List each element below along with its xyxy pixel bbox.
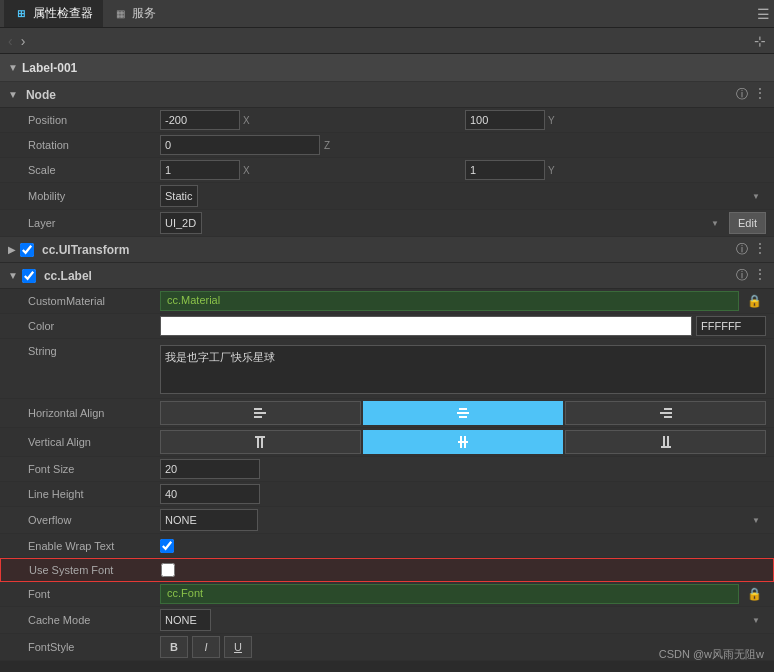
prop-cache-mode: Cache Mode NONE BITMAP CHAR: [0, 607, 774, 634]
bold-button[interactable]: B: [160, 636, 188, 658]
font-size-input[interactable]: [160, 459, 260, 479]
layer-edit-button[interactable]: Edit: [729, 212, 766, 234]
forward-button[interactable]: ›: [21, 33, 26, 49]
prop-v-align: Vertical Align: [0, 428, 774, 457]
italic-button[interactable]: I: [192, 636, 220, 658]
font-size-label: Font Size: [0, 463, 160, 475]
color-label: Color: [0, 320, 160, 332]
overflow-select-wrapper: NONE CLAMP SHRINK RESIZE_HEIGHT: [160, 509, 766, 531]
color-preview[interactable]: [160, 316, 692, 336]
mobility-select[interactable]: Static: [160, 185, 198, 207]
underline-button[interactable]: U: [224, 636, 252, 658]
v-align-bottom-button[interactable]: [565, 430, 766, 454]
prop-color: Color: [0, 314, 774, 339]
custom-material-label: CustomMaterial: [0, 295, 160, 307]
font-lock-icon[interactable]: 🔒: [743, 587, 766, 601]
cclabel-caret: ▼: [8, 270, 18, 281]
h-align-value: [160, 401, 774, 425]
uitransform-menu-icon[interactable]: ⋮: [754, 241, 766, 258]
tab-services[interactable]: ▦ 服务: [103, 0, 166, 27]
cclabel-section-icons: ⓘ ⋮: [736, 267, 766, 284]
svg-rect-4: [457, 412, 469, 414]
rotation-z-label: Z: [324, 140, 336, 151]
scale-value: X Y: [160, 160, 774, 180]
overflow-value: NONE CLAMP SHRINK RESIZE_HEIGHT: [160, 509, 774, 531]
scale-x-input[interactable]: [160, 160, 240, 180]
back-button[interactable]: ‹: [8, 33, 13, 49]
uitransform-section-icons: ⓘ ⋮: [736, 241, 766, 258]
custom-material-value: cc.Material 🔒: [160, 291, 774, 311]
node-menu-icon[interactable]: ⋮: [754, 86, 766, 103]
properties-icon: ⊞: [14, 7, 28, 21]
svg-rect-8: [664, 416, 672, 418]
svg-rect-15: [661, 446, 671, 448]
services-icon: ▦: [113, 7, 127, 21]
rotation-value: Z: [160, 135, 774, 155]
h-align-left-button[interactable]: [160, 401, 361, 425]
position-y-input[interactable]: [465, 110, 545, 130]
node-section-icons: ⓘ ⋮: [736, 86, 766, 103]
cclabel-info-icon[interactable]: ⓘ: [736, 267, 748, 284]
font-size-value: [160, 459, 774, 479]
section-uitransform-header[interactable]: ▶ cc.UITransform ⓘ ⋮: [0, 237, 774, 263]
h-align-right-button[interactable]: [565, 401, 766, 425]
section-cclabel-header[interactable]: ▼ cc.Label ⓘ ⋮: [0, 263, 774, 289]
prop-string: String 我是也字工厂快乐星球: [0, 339, 774, 399]
uitransform-section-title: cc.UITransform: [42, 243, 129, 257]
layer-select-wrapper: UI_2D: [160, 212, 725, 234]
prop-use-system-font: Use System Font: [0, 558, 774, 582]
cclabel-menu-icon[interactable]: ⋮: [754, 267, 766, 284]
position-x-pair: X: [160, 110, 461, 130]
menu-icon[interactable]: ☰: [757, 6, 770, 22]
string-label: String: [0, 341, 160, 357]
cache-mode-value: NONE BITMAP CHAR: [160, 609, 774, 631]
uitransform-checkbox[interactable]: [20, 243, 34, 257]
scale-x-pair: X: [160, 160, 461, 180]
layer-select[interactable]: UI_2D: [160, 212, 202, 234]
add-component-row: 添加组件: [0, 661, 774, 672]
color-value: [160, 316, 774, 336]
enable-wrap-text-value: [160, 539, 774, 553]
prop-scale: Scale X Y: [0, 158, 774, 183]
prop-position: Position X Y: [0, 108, 774, 133]
v-align-middle-button[interactable]: [363, 430, 564, 454]
node-info-icon[interactable]: ⓘ: [736, 86, 748, 103]
svg-rect-16: [663, 436, 665, 446]
prop-font: Font cc.Font 🔒: [0, 582, 774, 607]
pin-button[interactable]: ⊹: [754, 33, 766, 49]
uitransform-info-icon[interactable]: ⓘ: [736, 241, 748, 258]
color-hex-input[interactable]: [696, 316, 766, 336]
font-style-label: FontStyle: [0, 641, 160, 653]
cache-mode-select[interactable]: NONE BITMAP CHAR: [160, 609, 211, 631]
mobility-select-wrapper: Static: [160, 185, 766, 207]
prop-h-align: Horizontal Align: [0, 399, 774, 428]
svg-rect-9: [255, 436, 265, 438]
font-input[interactable]: cc.Font: [160, 584, 739, 604]
overflow-select[interactable]: NONE CLAMP SHRINK RESIZE_HEIGHT: [160, 509, 258, 531]
scale-y-input[interactable]: [465, 160, 545, 180]
svg-rect-14: [464, 436, 466, 448]
use-system-font-checkbox[interactable]: [161, 563, 175, 577]
mobility-label: Mobility: [0, 190, 160, 202]
svg-rect-11: [261, 438, 263, 448]
scale-y-pair: Y: [465, 160, 766, 180]
enable-wrap-text-checkbox[interactable]: [160, 539, 174, 553]
font-style-group: B I U: [160, 636, 252, 658]
cclabel-checkbox[interactable]: [22, 269, 36, 283]
material-lock-icon[interactable]: 🔒: [743, 294, 766, 308]
overflow-label: Overflow: [0, 514, 160, 526]
rotation-z-input[interactable]: [160, 135, 320, 155]
tab-services-label: 服务: [132, 5, 156, 22]
custom-material-input[interactable]: cc.Material: [160, 291, 739, 311]
node-caret: ▼: [8, 89, 18, 100]
line-height-input[interactable]: [160, 484, 260, 504]
section-node-header[interactable]: ▼ Node ⓘ ⋮: [0, 82, 774, 108]
component-header: ▼ Label-001: [0, 54, 774, 82]
cache-mode-select-wrapper: NONE BITMAP CHAR: [160, 609, 766, 631]
position-x-input[interactable]: [160, 110, 240, 130]
tab-properties[interactable]: ⊞ 属性检查器: [4, 0, 103, 27]
string-textarea[interactable]: 我是也字工厂快乐星球: [160, 345, 766, 394]
line-height-label: Line Height: [0, 488, 160, 500]
h-align-center-button[interactable]: [363, 401, 564, 425]
v-align-top-button[interactable]: [160, 430, 361, 454]
